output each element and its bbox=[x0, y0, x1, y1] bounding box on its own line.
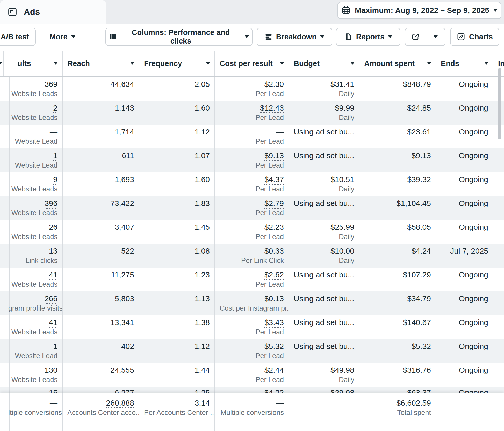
amount-spent-value: $140.67 bbox=[364, 318, 431, 327]
cost-value[interactable]: $2.44 bbox=[264, 366, 284, 375]
cell-cost-per-result: $12.43 Per Lead bbox=[215, 101, 289, 125]
table-row[interactable]: 2 Website Leads 1,143 1.60 $12.43 Per Le… bbox=[0, 101, 504, 125]
cell-results: 26 Website Leads bbox=[4, 220, 63, 244]
results-value[interactable]: 9 bbox=[53, 175, 57, 185]
cell-impressions bbox=[493, 268, 504, 291]
export-options-button[interactable] bbox=[426, 28, 445, 45]
cost-value[interactable]: $2.30 bbox=[264, 80, 284, 89]
cell-results: 266 gram profile visits bbox=[4, 291, 63, 315]
cell-budget: Using ad set bu... bbox=[289, 196, 359, 220]
results-value[interactable]: 1 bbox=[53, 342, 57, 351]
breakdown-button[interactable]: Breakdown bbox=[257, 28, 332, 46]
column-header-results[interactable]: ults bbox=[4, 51, 63, 76]
table-row[interactable]: 1 Website Lead 611 1.07 $9.13 Per Lead U… bbox=[0, 148, 504, 172]
results-value[interactable]: 130 bbox=[45, 366, 57, 375]
cell-cost-per-result: $5.32 Per Lead bbox=[215, 339, 289, 363]
table-row[interactable]: — Website Lead 1,714 1.12 — Per Lead Usi… bbox=[0, 125, 504, 148]
cost-value[interactable]: $5.32 bbox=[264, 342, 284, 351]
amount-spent-value: $39.32 bbox=[364, 175, 431, 184]
reports-button[interactable]: Reports bbox=[336, 28, 400, 46]
cell-budget: Using ad set bu... bbox=[289, 339, 359, 363]
amount-spent-value: $63.37 bbox=[364, 388, 431, 393]
cell-ends: Ongoing bbox=[436, 268, 493, 291]
table-row[interactable]: 396 Website Leads 73,422 1.83 $2.79 Per … bbox=[0, 196, 504, 220]
table-row[interactable]: 26 Website Leads 3,407 1.45 $2.23 Per Le… bbox=[0, 220, 504, 244]
frequency-value: 2.05 bbox=[144, 80, 210, 89]
frequency-value: 1.25 bbox=[144, 388, 210, 393]
column-header-clipped[interactable] bbox=[0, 51, 4, 76]
table-row[interactable]: 13 Link clicks 522 1.08 $0.33 Per Link C… bbox=[0, 244, 504, 268]
ends-value: Ongoing bbox=[441, 222, 488, 232]
results-value[interactable]: 41 bbox=[49, 270, 57, 280]
column-header-frequency[interactable]: Frequency bbox=[139, 51, 215, 76]
cell-frequency: 2.05 bbox=[139, 77, 215, 101]
results-value[interactable]: 396 bbox=[45, 199, 57, 209]
results-value[interactable]: 26 bbox=[49, 223, 57, 232]
column-header-cost-per-result[interactable]: Cost per result bbox=[215, 51, 289, 76]
cost-value[interactable]: $2.62 bbox=[264, 270, 284, 280]
cost-value[interactable]: $2.79 bbox=[264, 199, 284, 209]
cost-label: Per Lead bbox=[220, 209, 284, 217]
cost-label: Per Lead bbox=[220, 138, 284, 145]
table-row-clipped[interactable]: 15 6,277 1.25 $4.22 $29.98 $63.37 Ongoin… bbox=[0, 387, 504, 393]
cost-value[interactable]: $2.23 bbox=[264, 223, 284, 232]
budget-value: Using ad set bu... bbox=[294, 151, 354, 160]
results-value[interactable]: 266 bbox=[45, 294, 57, 304]
cost-value[interactable]: $4.37 bbox=[264, 175, 284, 185]
charts-button[interactable]: Charts bbox=[450, 28, 499, 46]
table-row[interactable]: 41 Website Leads 11,275 1.23 $2.62 Per L… bbox=[0, 268, 504, 291]
cost-value[interactable]: $0.13 bbox=[264, 294, 284, 303]
cell-reach: 73,422 bbox=[63, 196, 139, 220]
cost-value[interactable]: $12.43 bbox=[260, 104, 284, 113]
results-value[interactable]: 41 bbox=[49, 318, 57, 328]
reach-total-value[interactable]: 260,888 bbox=[106, 399, 134, 408]
vertical-scrollbar[interactable] bbox=[498, 68, 501, 139]
table-row[interactable]: 266 gram profile visits 5,803 1.13 $0.13… bbox=[0, 291, 504, 315]
cell-budget: $25.99 Daily bbox=[289, 220, 359, 244]
results-value[interactable]: 1 bbox=[53, 151, 57, 161]
cell-frequency: 1.44 bbox=[139, 363, 215, 387]
chevron-down-icon bbox=[434, 35, 438, 38]
cell-ends: Ongoing bbox=[436, 196, 493, 220]
column-header-amount-spent[interactable]: Amount spent bbox=[359, 51, 436, 76]
cell-frequency: 1.12 bbox=[139, 125, 215, 148]
cell-budget: $9.99 Daily bbox=[289, 101, 359, 125]
cell-ends: Ongoing bbox=[436, 363, 493, 387]
table-row[interactable]: 1 Website Lead 402 1.12 $5.32 Per Lead U… bbox=[0, 339, 504, 363]
cost-value[interactable]: $9.13 bbox=[264, 151, 284, 161]
sort-caret-icon bbox=[351, 62, 354, 65]
table-row[interactable]: 130 Website Leads 24,555 1.44 $2.44 Per … bbox=[0, 363, 504, 387]
table-row[interactable]: 41 Website Leads 13,341 1.38 $3.43 Per L… bbox=[0, 315, 504, 339]
reach-value: 1,693 bbox=[67, 175, 134, 184]
cell-frequency: 1.13 bbox=[139, 291, 215, 315]
results-value[interactable]: 13 bbox=[49, 247, 57, 255]
cost-value[interactable]: — bbox=[276, 127, 284, 136]
cost-label: Per Lead bbox=[220, 328, 284, 336]
more-button[interactable]: More bbox=[44, 28, 81, 46]
table-row[interactable]: 9 Website Leads 1,693 1.60 $4.37 Per Lea… bbox=[0, 172, 504, 196]
results-value[interactable]: 369 bbox=[45, 80, 57, 89]
column-header-ends[interactable]: Ends bbox=[436, 51, 493, 76]
ab-test-button[interactable]: A/B test bbox=[0, 28, 36, 46]
frequency-value: 1.38 bbox=[144, 318, 210, 327]
results-value[interactable]: — bbox=[50, 127, 57, 136]
cell-impressions bbox=[493, 172, 504, 196]
cell-impressions bbox=[493, 244, 504, 268]
sort-caret-icon bbox=[131, 62, 134, 65]
results-value[interactable]: 2 bbox=[53, 104, 57, 113]
cell-frequency: 1.12 bbox=[139, 339, 215, 363]
columns-button[interactable]: Columns: Performance and clicks bbox=[105, 28, 253, 46]
cell-ends-total bbox=[436, 393, 493, 431]
tab-ads[interactable]: Ads bbox=[0, 0, 106, 24]
cost-value[interactable]: $0.33 bbox=[264, 247, 284, 255]
chevron-down-icon bbox=[493, 9, 498, 12]
column-header-budget[interactable]: Budget bbox=[289, 51, 359, 76]
cell-results: 1 Website Lead bbox=[4, 148, 63, 172]
export-button[interactable] bbox=[405, 28, 426, 45]
date-range-button[interactable]: Maximum: Aug 9, 2022 – Sep 9, 2025 bbox=[337, 2, 501, 19]
cost-label: Per Lead bbox=[220, 281, 284, 288]
column-header-reach[interactable]: Reach bbox=[63, 51, 139, 76]
cell-results: 13 Link clicks bbox=[4, 244, 63, 268]
table-row[interactable]: 369 Website Leads 44,634 2.05 $2.30 Per … bbox=[0, 77, 504, 101]
cost-value[interactable]: $3.43 bbox=[264, 318, 284, 328]
